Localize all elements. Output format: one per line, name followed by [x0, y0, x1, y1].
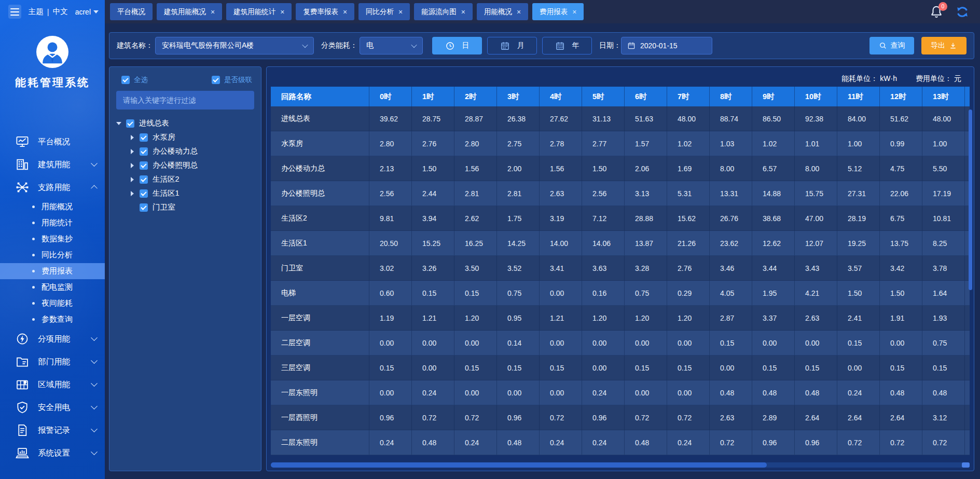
value-cell: 2.76	[667, 256, 710, 281]
tree-node-checkbox[interactable]	[140, 147, 148, 156]
table-row-一层空调[interactable]: 一层空调1.191.211.200.951.211.201.201.202.87…	[271, 306, 970, 331]
bell-icon[interactable]: 0	[929, 5, 944, 19]
value-cell: 1.03	[710, 131, 752, 156]
tab-建筑用能统计[interactable]: 建筑用能统计×	[226, 3, 292, 20]
caret-right-icon[interactable]	[130, 177, 135, 182]
cascade-checkbox[interactable]	[212, 76, 220, 84]
tab-close-icon[interactable]: ×	[343, 8, 347, 16]
tree-node-checkbox[interactable]	[140, 175, 148, 184]
table-row-办公楼动力总[interactable]: 办公楼动力总2.131.501.562.001.561.502.061.698.…	[271, 156, 970, 181]
tab-close-icon[interactable]: ×	[280, 8, 284, 16]
tree-node-checkbox[interactable]	[140, 133, 148, 142]
sidebar-item-分项用能[interactable]: 分项用能	[0, 327, 105, 350]
tree-node-门卫室[interactable]: 门卫室	[116, 200, 254, 214]
value-cell: 2.80	[369, 131, 412, 156]
tree-node-checkbox[interactable]	[140, 161, 148, 170]
sidebar-subitem-用能统计[interactable]: 用能统计	[0, 215, 105, 231]
sidebar-item-支路用能[interactable]: 支路用能	[0, 176, 105, 199]
sidebar-subitem-数据集抄[interactable]: 数据集抄	[0, 231, 105, 247]
sidebar-item-平台概况[interactable]: 平台概况	[0, 130, 105, 153]
sidebar-item-区域用能[interactable]: 区域用能	[0, 373, 105, 396]
tab-close-icon[interactable]: ×	[517, 8, 521, 16]
caret-right-icon[interactable]	[130, 135, 135, 140]
tab-用能概况[interactable]: 用能概况×	[477, 3, 528, 20]
sidebar-item-系统设置[interactable]: 系统设置	[0, 442, 105, 464]
value-cell: 0.48	[795, 380, 837, 405]
tree-node-进线总表[interactable]: 进线总表	[116, 116, 254, 130]
caret-right-icon[interactable]	[130, 191, 135, 196]
building-select[interactable]: 安科瑞电气股份有限公司A楼	[155, 37, 314, 54]
period-year-button[interactable]: YEAR 年	[542, 37, 592, 54]
tab-close-icon[interactable]: ×	[211, 8, 215, 16]
tab-费用报表[interactable]: 费用报表×	[532, 3, 584, 20]
select-all-option[interactable]: 全选	[121, 75, 148, 85]
tab-建筑用能概况[interactable]: 建筑用能概况×	[157, 3, 222, 20]
tree-node-办公楼动力总[interactable]: 办公楼动力总	[116, 144, 254, 158]
horizontal-scrollbar-thumb[interactable]	[271, 462, 767, 468]
table-row-办公楼照明总[interactable]: 办公楼照明总2.562.442.812.812.632.563.135.3113…	[271, 181, 970, 206]
table-row-一层东照明[interactable]: 一层东照明0.000.240.000.000.000.240.000.000.4…	[271, 380, 970, 405]
caret-down-icon[interactable]	[116, 121, 121, 126]
horizontal-scrollbar-end[interactable]	[962, 462, 970, 468]
tree-search-input[interactable]	[116, 91, 254, 110]
period-day-button[interactable]: 日	[432, 37, 482, 54]
tree-node-生活区2[interactable]: 生活区2	[116, 172, 254, 186]
tab-能源流向图[interactable]: 能源流向图×	[414, 3, 473, 20]
vertical-scrollbar[interactable]	[969, 110, 972, 290]
refresh-icon[interactable]	[955, 5, 970, 19]
table-row-三层空调[interactable]: 三层空调0.150.000.150.150.150.000.150.150.00…	[271, 355, 970, 380]
language-label[interactable]: 中文	[53, 7, 68, 17]
sidebar-subitem-夜间能耗[interactable]: 夜间能耗	[0, 295, 105, 311]
table-row-二层东照明[interactable]: 二层东照明0.240.480.240.480.240.240.480.240.7…	[271, 430, 970, 455]
sidebar-item-部门用能[interactable]: 部门用能	[0, 350, 105, 373]
sidebar-subitem-参数查询[interactable]: 参数查询	[0, 311, 105, 327]
horizontal-scrollbar[interactable]	[271, 462, 970, 468]
tab-close-icon[interactable]: ×	[572, 8, 576, 16]
tab-复费率报表[interactable]: 复费率报表×	[296, 3, 354, 20]
tree-node-label: 门卫室	[153, 202, 175, 212]
date-input[interactable]: 2020-01-15	[621, 37, 712, 54]
tree-node-水泵房[interactable]: 水泵房	[116, 130, 254, 144]
select-all-checkbox[interactable]	[121, 76, 130, 84]
table-row-二层空调[interactable]: 二层空调0.000.000.000.140.000.000.000.000.15…	[271, 331, 970, 355]
table-row-一层西照明[interactable]: 一层西照明0.960.720.720.960.720.960.720.722.6…	[271, 405, 970, 430]
energy-type-select[interactable]: 电	[360, 37, 423, 54]
sidebar-subitem-用能概况[interactable]: 用能概况	[0, 199, 105, 215]
tree-node-checkbox[interactable]	[140, 189, 148, 198]
value-cell: 0.24	[540, 430, 582, 455]
caret-right-icon[interactable]	[130, 149, 135, 154]
cascade-option[interactable]: 是否级联	[212, 75, 252, 85]
sidebar-subitem-费用报表[interactable]: 费用报表	[0, 263, 105, 279]
tree-node-办公楼照明总[interactable]: 办公楼照明总	[116, 158, 254, 172]
tree-node-生活区1[interactable]: 生活区1	[116, 186, 254, 200]
table-row-门卫室[interactable]: 门卫室3.023.263.503.523.413.633.282.763.463…	[271, 256, 970, 281]
sidebar-item-建筑用能[interactable]: 建筑用能	[0, 153, 105, 176]
hamburger-icon[interactable]	[8, 5, 21, 19]
export-button-label: 导出	[931, 41, 945, 50]
query-button[interactable]: 查询	[869, 37, 914, 54]
sidebar-subitem-配电监测[interactable]: 配电监测	[0, 279, 105, 295]
tab-同比分析[interactable]: 同比分析×	[358, 3, 410, 20]
sidebar-item-报警记录[interactable]: 报警记录	[0, 419, 105, 442]
period-month-button[interactable]: 月	[487, 37, 537, 54]
table-row-进线总表[interactable]: 进线总表39.6228.7528.8726.3827.6231.1351.634…	[271, 106, 970, 131]
theme-label[interactable]: 主题	[29, 7, 44, 17]
caret-right-icon[interactable]	[130, 163, 135, 168]
table-row-生活区1[interactable]: 生活区120.5015.2516.2514.2514.0014.0613.872…	[271, 231, 970, 256]
table-row-水泵房[interactable]: 水泵房2.802.762.802.752.782.771.571.021.031…	[271, 131, 970, 156]
export-button[interactable]: 导出	[921, 37, 967, 54]
user-menu[interactable]: acrel	[75, 8, 99, 16]
tree-node-checkbox[interactable]	[140, 203, 148, 212]
value-cell: 8.00	[795, 156, 837, 181]
tab-平台概况[interactable]: 平台概况	[110, 3, 153, 20]
sidebar-item-安全用电[interactable]: 安全用电	[0, 396, 105, 419]
tab-close-icon[interactable]: ×	[461, 8, 465, 16]
sidebar-subitem-同比分析[interactable]: 同比分析	[0, 247, 105, 263]
value-cell: 1.02	[752, 131, 795, 156]
tab-close-icon[interactable]: ×	[398, 8, 403, 16]
tree-node-checkbox[interactable]	[126, 119, 134, 128]
table-row-电梯[interactable]: 电梯0.600.150.150.750.000.160.750.294.051.…	[271, 281, 970, 306]
table-row-生活区2[interactable]: 生活区29.813.942.621.753.197.1228.8815.6226…	[271, 206, 970, 231]
user-avatar-icon[interactable]	[36, 36, 68, 68]
query-button-label: 查询	[891, 41, 905, 50]
